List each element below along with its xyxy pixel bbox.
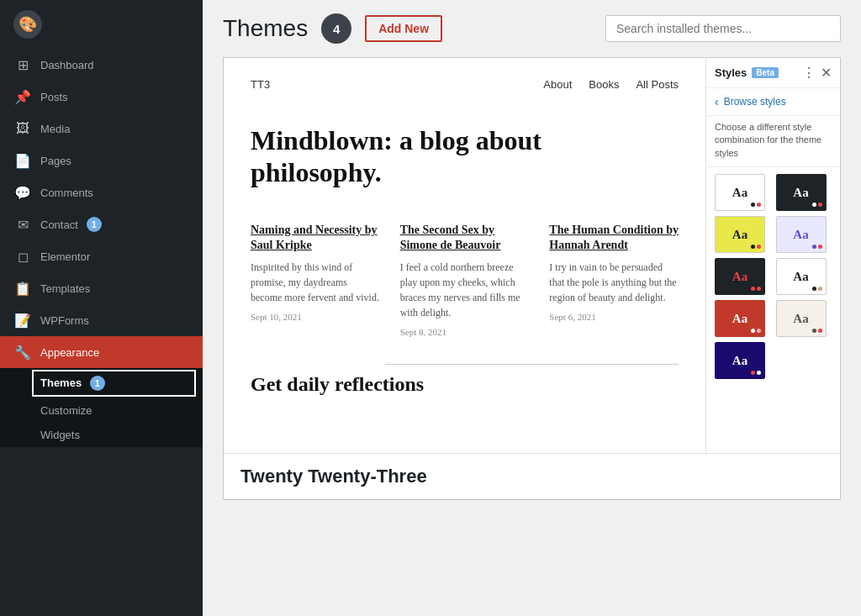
widgets-sub-label: Widgets	[40, 429, 80, 441]
blog-post-date-2: Sept 6, 2021	[549, 312, 679, 322]
styles-panel-header: Styles Beta ⋮ ✕	[706, 58, 840, 88]
style-swatch-2[interactable]: Aa	[715, 216, 765, 253]
main-content: Themes 4 Add New TT3 About Books All Pos…	[203, 0, 861, 616]
appearance-icon: 🔧	[13, 343, 32, 361]
sidebar-item-label: Contact	[40, 218, 78, 231]
panel-more-icon[interactable]: ⋮	[802, 65, 816, 81]
blog-post-text-0: Inspirited by this wind of promise, my d…	[251, 260, 380, 305]
style-swatch-4[interactable]: Aa	[715, 258, 765, 295]
contact-badge: 1	[87, 217, 102, 232]
elementor-icon: ◻	[13, 247, 32, 266]
blog-nav-about: About	[543, 78, 572, 91]
sidebar-item-wpforms[interactable]: 📝 WPForms	[0, 304, 203, 336]
blog-header: TT3 About Books All Posts	[251, 78, 679, 91]
blog-nav: About Books All Posts	[543, 78, 679, 91]
media-icon: 🖼	[13, 119, 32, 138]
sidebar-item-pages[interactable]: 📄 Pages	[0, 145, 203, 176]
sidebar-item-label: Comments	[40, 187, 93, 199]
wpforms-icon: 📝	[13, 311, 32, 329]
sidebar-item-widgets[interactable]: Widgets	[0, 423, 203, 447]
themes-count-badge: 4	[321, 13, 351, 44]
themes-content: TT3 About Books All Posts Mindblown: a b…	[203, 57, 861, 616]
sidebar-subnav: Themes 1 Customize Widgets	[0, 368, 203, 447]
add-new-button[interactable]: Add New	[365, 15, 442, 42]
sidebar-logo: 🎨	[0, 0, 203, 49]
blog-logo: TT3	[251, 78, 270, 91]
customize-sub-label: Customize	[40, 404, 92, 417]
sidebar-item-elementor[interactable]: ◻ Elementor	[0, 240, 203, 272]
blog-nav-books: Books	[589, 78, 619, 91]
sidebar-item-label: Pages	[40, 155, 71, 167]
blog-nav-allposts: All Posts	[636, 78, 679, 91]
blog-post-text-2: I try in vain to be persuaded that the p…	[549, 260, 679, 305]
sidebar-item-label: Media	[40, 123, 70, 135]
sidebar-item-label: Elementor	[40, 250, 90, 263]
styles-panel-title-row: Styles Beta	[715, 66, 779, 79]
contact-icon: ✉	[13, 215, 32, 234]
theme-name-bar: Twenty Twenty-Three	[224, 453, 840, 499]
sidebar-item-posts[interactable]: 📌 Posts	[0, 81, 203, 113]
blog-post-title-1: The Second Sex by Simone de Beauvoir	[400, 223, 530, 253]
blog-post-text-1: I feel a cold northern breeze play upon …	[400, 260, 530, 320]
themes-sub-label: Themes	[40, 376, 82, 389]
theme-blog-preview: TT3 About Books All Posts Mindblown: a b…	[224, 58, 705, 453]
styles-panel-desc: Choose a different style combination for…	[706, 116, 840, 167]
style-swatches-grid: Aa Aa Aa Aa Aa Aa Aa Aa	[706, 167, 840, 386]
browse-styles-label: Browse styles	[724, 96, 786, 108]
sidebar-item-comments[interactable]: 💬 Comments	[0, 176, 203, 208]
theme-card: TT3 About Books All Posts Mindblown: a b…	[223, 57, 841, 500]
dashboard-icon: ⊞	[13, 55, 32, 74]
back-arrow-icon: ‹	[715, 95, 719, 108]
blog-divider	[385, 364, 679, 365]
templates-icon: 📋	[13, 279, 32, 297]
sidebar-item-templates[interactable]: 📋 Templates	[0, 272, 203, 304]
pages-icon: 📄	[13, 151, 32, 170]
sidebar-item-label: WPForms	[40, 314, 89, 327]
search-themes-input[interactable]	[605, 15, 841, 42]
panel-actions: ⋮ ✕	[802, 65, 832, 81]
sidebar-item-themes[interactable]: Themes 1	[32, 370, 196, 397]
blog-post-0: Naming and Necessity by Saul Kripke Insp…	[251, 223, 380, 337]
beta-badge: Beta	[752, 67, 779, 78]
style-swatch-3[interactable]: Aa	[776, 216, 827, 253]
blog-post-date-1: Sept 8, 2021	[400, 327, 530, 337]
sidebar-item-contact[interactable]: ✉ Contact 1	[0, 208, 203, 240]
blog-title: Mindblown: a blog about philosophy.	[251, 124, 679, 189]
styles-panel-browse[interactable]: ‹ Browse styles	[706, 88, 840, 116]
comments-icon: 💬	[13, 183, 32, 202]
wp-logo-icon: 🎨	[13, 10, 42, 39]
sidebar-item-media[interactable]: 🖼 Media	[0, 113, 203, 145]
style-swatch-1[interactable]: Aa	[776, 174, 827, 211]
sidebar-item-appearance[interactable]: 🔧 Appearance	[0, 336, 203, 368]
style-swatch-8[interactable]: Aa	[715, 342, 765, 379]
sidebar: 🎨 ⊞ Dashboard 📌 Posts 🖼 Media 📄 Pages 💬 …	[0, 0, 203, 616]
sidebar-item-label: Posts	[40, 91, 68, 103]
blog-post-2: The Human Condition by Hannah Arendt I t…	[549, 223, 679, 337]
sidebar-item-dashboard[interactable]: ⊞ Dashboard	[0, 49, 203, 81]
sidebar-item-customize[interactable]: Customize	[0, 398, 203, 423]
sidebar-item-label: Templates	[40, 282, 90, 295]
blog-posts: Naming and Necessity by Saul Kripke Insp…	[251, 223, 679, 337]
style-swatch-6[interactable]: Aa	[715, 300, 765, 337]
blog-post-1: The Second Sex by Simone de Beauvoir I f…	[400, 223, 530, 337]
styles-panel-title: Styles	[715, 66, 747, 79]
style-swatch-5[interactable]: Aa	[776, 258, 827, 295]
blog-cta: Get daily reflections	[251, 371, 679, 398]
theme-preview: TT3 About Books All Posts Mindblown: a b…	[224, 58, 840, 453]
blog-post-title-0: Naming and Necessity by Saul Kripke	[251, 223, 380, 253]
style-swatch-7[interactable]: Aa	[776, 300, 827, 337]
styles-panel: Styles Beta ⋮ ✕ ‹ Browse styles Choose a…	[705, 58, 840, 453]
posts-icon: 📌	[13, 87, 32, 106]
blog-post-title-2: The Human Condition by Hannah Arendt	[549, 223, 679, 253]
topbar: Themes 4 Add New	[203, 0, 861, 57]
blog-post-date-0: Sept 10, 2021	[251, 312, 380, 322]
page-title: Themes	[223, 15, 308, 42]
themes-badge: 1	[90, 376, 105, 391]
style-swatch-0[interactable]: Aa	[715, 174, 765, 211]
panel-close-icon[interactable]: ✕	[821, 65, 832, 81]
sidebar-item-label: Appearance	[40, 346, 99, 359]
sidebar-item-label: Dashboard	[40, 59, 94, 71]
